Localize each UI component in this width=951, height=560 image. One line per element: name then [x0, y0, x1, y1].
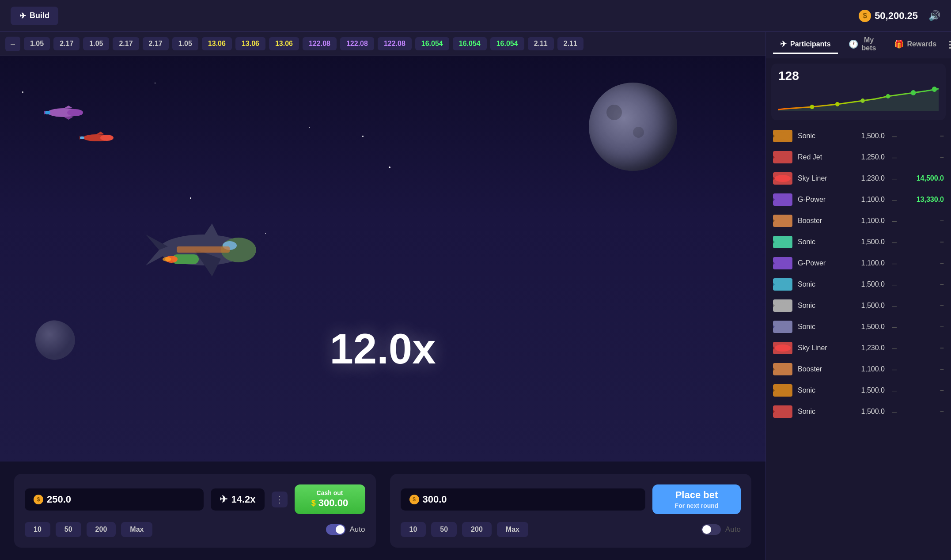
- star: [265, 233, 266, 234]
- bet-amount-2[interactable]: $ 300.0: [401, 488, 646, 511]
- participant-win: –: [904, 280, 944, 288]
- svg-point-26: [886, 94, 890, 98]
- ticker-item: 16.054: [415, 37, 449, 50]
- svg-point-4: [67, 109, 83, 116]
- quick-bet-10-2[interactable]: 10: [401, 522, 426, 537]
- ticker-item: 1.05: [83, 37, 109, 50]
- balance-value: 50,200.25: [875, 10, 918, 22]
- participant-row: G-Power 1,100.0 – –: [769, 253, 947, 274]
- participant-row: Booster 1,100.0 – –: [769, 210, 947, 231]
- tab-rewards[interactable]: 🎁 Rewards: [887, 36, 944, 54]
- svg-point-9: [100, 135, 114, 141]
- svg-point-23: [810, 105, 815, 109]
- ticker-item: 13.06: [269, 37, 299, 50]
- participant-avatar: [773, 151, 792, 163]
- cash-out-button[interactable]: Cash out $ 300.00: [295, 484, 365, 514]
- svg-point-55: [775, 408, 791, 415]
- participant-win: –: [904, 153, 944, 161]
- quick-bet-max-2[interactable]: Max: [497, 522, 528, 537]
- airplane-small-red: [80, 131, 115, 144]
- participant-bet: 1,100.0: [849, 217, 885, 225]
- participant-win: 14,500.0: [904, 174, 944, 182]
- ticker-item: 122.08: [340, 37, 374, 50]
- chart-svg: [778, 87, 939, 113]
- bet-top-row-2: $ 300.0 Place bet For next round: [401, 484, 741, 514]
- auto-switch-1[interactable]: [326, 524, 345, 535]
- svg-point-51: [775, 366, 791, 373]
- star: [155, 83, 155, 83]
- history-icon: 🕐: [849, 39, 858, 49]
- tab-my-bets[interactable]: 🕐 My bets: [841, 33, 883, 57]
- participant-name: Sky Liner: [798, 174, 844, 182]
- participant-bet: 1,100.0: [849, 259, 885, 267]
- quick-amounts-1: 10 50 200 Max Auto: [25, 522, 365, 537]
- ticker-item: 16.054: [490, 37, 524, 50]
- participant-win: –: [904, 365, 944, 373]
- svg-point-39: [775, 238, 791, 246]
- participant-avatar: [773, 278, 792, 291]
- svg-marker-56: [773, 410, 775, 413]
- participant-avatar: [773, 193, 792, 206]
- svg-marker-30: [773, 134, 775, 138]
- participants-list: Sonic 1,500.0 – – Red Jet 1,250.0 – –: [766, 125, 951, 560]
- participant-dash: –: [890, 132, 899, 141]
- quick-bet-max-1[interactable]: Max: [121, 522, 152, 537]
- svg-point-35: [775, 196, 791, 203]
- participant-bet: 1,500.0: [849, 238, 885, 246]
- multiplier-display: 12.0x: [330, 325, 436, 373]
- participant-bet: 1,500.0: [849, 408, 885, 416]
- svg-marker-38: [773, 219, 775, 223]
- main-layout: – 1.05 2.17 1.05 2.17 2.17 1.05 13.06 13…: [0, 32, 951, 560]
- quick-bet-200-1[interactable]: 200: [87, 522, 116, 537]
- menu-button[interactable]: [947, 39, 951, 50]
- moon: [589, 83, 677, 171]
- svg-marker-46: [773, 304, 775, 307]
- participant-row: Sonic 1,500.0 – –: [769, 295, 947, 316]
- volume-icon[interactable]: 🔊: [928, 10, 940, 22]
- participant-row: Sonic 1,500.0 – –: [769, 316, 947, 337]
- svg-marker-36: [773, 198, 775, 201]
- participant-row: Sky Liner 1,230.0 – –: [769, 337, 947, 359]
- participant-avatar: [773, 342, 792, 354]
- coin-icon: $: [859, 10, 871, 22]
- participant-win: –: [904, 344, 944, 352]
- tab-participants[interactable]: ✈ Participants: [773, 36, 838, 54]
- quick-bet-50-2[interactable]: 50: [431, 522, 457, 537]
- svg-marker-3: [64, 117, 73, 120]
- ticker-minus-button[interactable]: –: [5, 37, 20, 51]
- participant-bet: 1,100.0: [849, 196, 885, 204]
- quick-bet-200-2[interactable]: 200: [462, 522, 492, 537]
- participant-name: Sonic: [798, 132, 844, 140]
- participant-win: –: [904, 323, 944, 331]
- build-button[interactable]: ✈ Build: [11, 7, 58, 25]
- participant-row: Sonic 1,500.0 – –: [769, 231, 947, 253]
- place-bet-button[interactable]: Place bet For next round: [652, 484, 741, 514]
- participants-icon: ✈: [780, 39, 787, 49]
- plane-icon: ✈: [19, 11, 26, 21]
- svg-rect-21: [177, 246, 230, 253]
- participant-avatar: [773, 236, 792, 248]
- participant-row: Sonic 1,500.0 – –: [769, 401, 947, 422]
- participant-win: –: [904, 238, 944, 246]
- star: [309, 127, 310, 128]
- participant-row: Sonic 1,500.0 – –: [769, 125, 947, 147]
- svg-marker-44: [773, 283, 775, 286]
- star: [389, 166, 390, 168]
- participant-name: G-Power: [798, 259, 844, 267]
- quick-bet-10-1[interactable]: 10: [25, 522, 50, 537]
- svg-marker-2: [64, 106, 73, 108]
- participant-name: Booster: [798, 217, 844, 225]
- gift-icon: 🎁: [894, 39, 904, 49]
- options-button-1[interactable]: ⋮: [272, 492, 288, 507]
- participant-win: –: [904, 132, 944, 140]
- auto-switch-2[interactable]: [701, 524, 721, 535]
- svg-marker-34: [773, 177, 775, 180]
- header: ✈ Build $ 50,200.25 🔊: [0, 0, 951, 32]
- participant-win: –: [904, 386, 944, 394]
- participant-row: Red Jet 1,250.0 – –: [769, 147, 947, 168]
- svg-point-37: [775, 217, 791, 224]
- participant-win: –: [904, 302, 944, 310]
- participant-bet: 1,500.0: [849, 386, 885, 394]
- svg-marker-40: [773, 240, 775, 244]
- quick-bet-50-1[interactable]: 50: [56, 522, 81, 537]
